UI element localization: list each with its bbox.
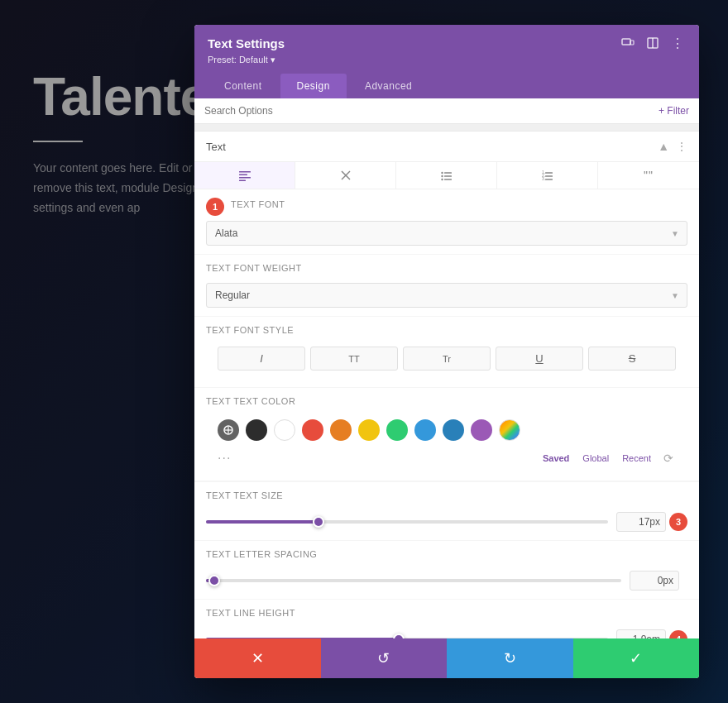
- color-black[interactable]: [246, 419, 267, 441]
- font-badge: 1: [206, 198, 224, 216]
- color-picker-btn[interactable]: [218, 419, 239, 441]
- underline-btn[interactable]: U: [496, 347, 583, 371]
- redo-button[interactable]: ↻: [447, 638, 573, 678]
- tab-content[interactable]: Content: [208, 74, 279, 98]
- svg-rect-1: [630, 41, 634, 45]
- text-size-slider-container: 17px 3: [206, 512, 687, 532]
- tab-advanced[interactable]: Advanced: [348, 74, 429, 98]
- list-ordered-btn[interactable]: 1. 2. 3.: [497, 162, 598, 189]
- text-size-fill: [206, 520, 318, 524]
- text-color-row: Text Text Color: [194, 388, 699, 481]
- expand-icon[interactable]: [644, 35, 661, 51]
- tab-design[interactable]: Design: [280, 74, 347, 98]
- svg-point-12: [441, 175, 443, 177]
- text-size-input[interactable]: 17px: [616, 512, 666, 532]
- color-red[interactable]: [302, 419, 323, 441]
- text-letter-spacing-label: Text Letter Spacing: [206, 549, 687, 559]
- line-height-thumb[interactable]: [393, 634, 405, 638]
- svg-text:": ": [649, 169, 653, 182]
- more-options-icon[interactable]: ⋮: [669, 35, 686, 51]
- text-size-label: Text Text Size: [206, 490, 687, 500]
- clear-format-btn[interactable]: [295, 162, 396, 189]
- svg-rect-5: [239, 175, 247, 176]
- svg-rect-15: [444, 179, 452, 180]
- color-tabs: ··· Saved Global Recent ⟳: [206, 447, 687, 472]
- letter-spacing-thumb[interactable]: [208, 575, 220, 586]
- text-size-value-container: 17px 3: [616, 512, 687, 532]
- section-more-icon[interactable]: ⋮: [676, 140, 687, 153]
- uppercase-btn[interactable]: TT: [310, 347, 398, 371]
- panel-header-icons: ⋮: [620, 35, 686, 51]
- text-size-track: [206, 520, 608, 524]
- text-color-label: Text Text Color: [206, 396, 295, 406]
- line-height-input[interactable]: 1.9em: [616, 629, 666, 638]
- color-green[interactable]: [386, 419, 408, 441]
- color-orange[interactable]: [330, 419, 352, 441]
- svg-rect-19: [545, 175, 553, 177]
- svg-rect-0: [622, 39, 630, 45]
- svg-rect-7: [239, 180, 246, 182]
- svg-rect-21: [545, 179, 553, 180]
- format-row: 1. 2. 3. " ": [194, 162, 699, 189]
- filter-button[interactable]: + Filter: [659, 105, 689, 117]
- panel-tabs: Content Design Advanced: [208, 74, 686, 98]
- svg-point-10: [441, 172, 443, 174]
- quote-btn[interactable]: " ": [598, 162, 699, 189]
- svg-text:3.: 3.: [542, 176, 545, 181]
- cancel-button[interactable]: ✕: [194, 638, 321, 678]
- svg-rect-11: [444, 172, 452, 174]
- color-tab-global[interactable]: Global: [579, 452, 612, 465]
- svg-rect-4: [239, 171, 251, 173]
- color-dark-blue[interactable]: [443, 419, 464, 441]
- color-reset-btn[interactable]: ⟳: [661, 451, 676, 466]
- collapse-icon[interactable]: ▲: [658, 140, 669, 153]
- text-line-height-label: Text Line Height: [206, 608, 687, 618]
- text-size-thumb[interactable]: [313, 516, 324, 528]
- color-gradient[interactable]: [499, 419, 520, 441]
- text-font-style-row: Text Font Style I TT Tr U S: [194, 317, 699, 388]
- size-badge: 3: [669, 513, 687, 531]
- text-font-weight-select[interactable]: Regular: [206, 283, 687, 308]
- panel-header: Text Settings ⋮ Preset: Defaul: [194, 25, 699, 98]
- text-letter-spacing-row: Text Letter Spacing 0px: [194, 540, 699, 599]
- color-white[interactable]: [274, 419, 295, 441]
- panel-header-top: Text Settings ⋮: [208, 35, 686, 51]
- section-header: Text ▲ ⋮: [194, 132, 699, 162]
- text-font-row: 1 Text Font Alata ▼: [194, 189, 699, 255]
- search-bar: + Filter: [194, 98, 699, 124]
- text-font-select[interactable]: Alata: [206, 221, 687, 246]
- color-more-dots[interactable]: ···: [218, 451, 231, 466]
- line-height-value-container: 1.9em 4: [616, 629, 687, 638]
- svg-rect-17: [545, 172, 553, 174]
- style-buttons-row: I TT Tr U S: [206, 347, 687, 379]
- letter-spacing-input[interactable]: 0px: [630, 571, 679, 591]
- search-input[interactable]: [204, 105, 659, 117]
- color-purple[interactable]: [471, 419, 492, 441]
- text-letter-spacing-track: [206, 579, 621, 582]
- text-font-label: Text Font: [231, 199, 285, 209]
- svg-text:": ": [644, 169, 648, 182]
- svg-point-14: [441, 179, 443, 180]
- line-height-badge: 4: [669, 630, 687, 638]
- color-blue[interactable]: [414, 419, 436, 441]
- capitalize-btn[interactable]: Tr: [403, 347, 491, 371]
- color-tab-saved[interactable]: Saved: [539, 452, 572, 465]
- svg-rect-6: [239, 177, 251, 179]
- save-button[interactable]: ✓: [573, 638, 700, 678]
- undo-button[interactable]: ↺: [321, 638, 448, 678]
- color-tab-recent[interactable]: Recent: [619, 452, 654, 465]
- list-unordered-btn[interactable]: [396, 162, 497, 189]
- panel-title: Text Settings: [208, 36, 285, 50]
- text-font-style-label: Text Font Style: [206, 325, 294, 335]
- strikethrough-btn[interactable]: S: [588, 347, 676, 371]
- section-header-icons: ▲ ⋮: [658, 140, 687, 153]
- text-line-height-row: Text Line Height 1.9em 4: [194, 599, 699, 638]
- text-section: Text ▲ ⋮: [194, 131, 699, 638]
- responsive-icon[interactable]: [620, 35, 636, 51]
- text-font-weight-select-wrapper: Regular ▼: [206, 283, 687, 308]
- color-swatches-row: [206, 416, 687, 447]
- color-yellow[interactable]: [358, 419, 380, 441]
- italic-btn[interactable]: I: [218, 347, 305, 371]
- align-left-btn[interactable]: [194, 162, 295, 189]
- text-line-height-container: 1.9em 4: [206, 629, 687, 638]
